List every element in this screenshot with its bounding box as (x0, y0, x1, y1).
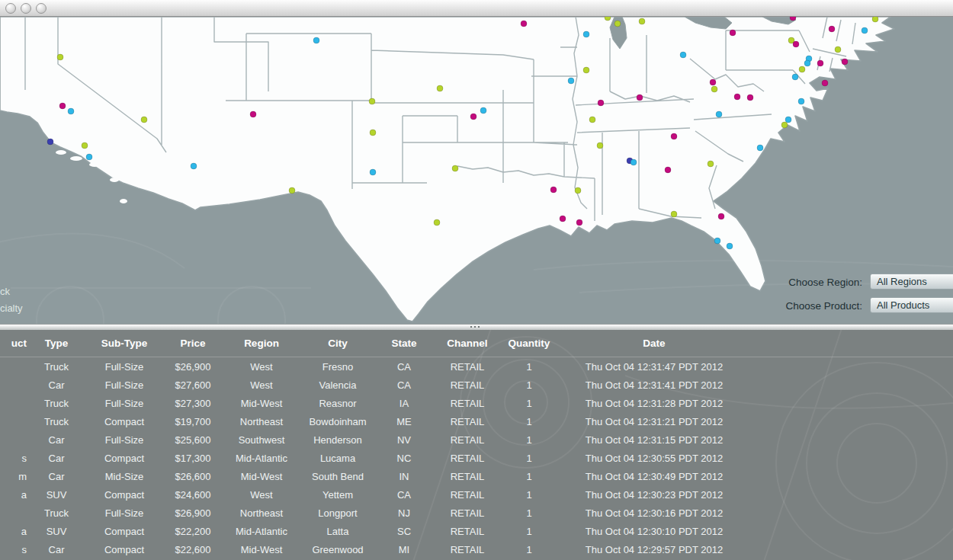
sale-marker-magenta[interactable] (576, 219, 582, 226)
sale-marker-cyan[interactable] (804, 60, 810, 66)
table-row[interactable]: TruckFull-Size$26,900NortheastLongportNJ… (0, 504, 953, 522)
table-row[interactable]: sCarCompact$17,300Mid-AtlanticLucamaNCRE… (0, 449, 953, 467)
table-cell: Compact (84, 453, 165, 464)
sale-marker-magenta[interactable] (665, 167, 671, 173)
zoom-button[interactable] (36, 3, 47, 14)
minimize-button[interactable] (21, 3, 31, 14)
sale-marker-cyan[interactable] (631, 159, 637, 165)
sale-marker-magenta[interactable] (550, 187, 557, 193)
table-cell: West (221, 489, 302, 501)
sale-marker-lime[interactable] (799, 66, 805, 72)
column-header-channel[interactable]: Channel (435, 338, 500, 349)
table-row[interactable]: aSUVCompact$22,200Mid-AtlanticLattaSCRET… (0, 522, 953, 540)
column-header-city[interactable]: City (302, 338, 374, 349)
sale-marker-cyan[interactable] (714, 238, 720, 244)
sale-marker-cyan[interactable] (480, 107, 486, 114)
table-cell: 1 (500, 434, 558, 446)
column-header-quantity[interactable]: Quantity (500, 338, 558, 349)
sale-marker-cyan[interactable] (716, 111, 722, 117)
table-row[interactable]: mCarMid-Size$26,600Mid-WestSouth BendINR… (0, 467, 953, 485)
sale-marker-cyan[interactable] (370, 169, 376, 175)
sale-marker-cyan[interactable] (583, 31, 589, 37)
sale-marker-magenta[interactable] (822, 80, 828, 86)
sale-marker-lime[interactable] (639, 18, 645, 24)
column-header-type[interactable]: Type (29, 338, 84, 349)
splitter-drag-handle-icon[interactable] (470, 326, 483, 328)
sale-marker-magenta[interactable] (598, 100, 604, 106)
sale-marker-lime[interactable] (589, 117, 595, 123)
sale-marker-cyan[interactable] (68, 108, 74, 114)
sale-marker-magenta[interactable] (747, 94, 753, 101)
sale-marker-cyan[interactable] (313, 37, 319, 43)
sale-marker-lime[interactable] (452, 165, 458, 171)
column-header-uct[interactable]: uct (0, 338, 29, 349)
sale-marker-cyan[interactable] (862, 27, 868, 34)
table-cell: Car (29, 434, 84, 446)
sale-marker-magenta[interactable] (734, 94, 740, 100)
sale-marker-lime[interactable] (437, 85, 443, 91)
close-button[interactable] (5, 3, 16, 14)
product-dropdown[interactable]: All Products (870, 297, 953, 313)
column-header-date[interactable]: Date (558, 338, 750, 349)
sale-marker-magenta[interactable] (637, 94, 643, 101)
sale-marker-lime[interactable] (434, 219, 440, 226)
sale-marker-lime[interactable] (57, 54, 63, 60)
sale-marker-lime[interactable] (370, 130, 376, 136)
panel-splitter[interactable] (0, 324, 953, 330)
sale-marker-lime[interactable] (369, 98, 375, 104)
sale-marker-magenta[interactable] (793, 41, 799, 47)
sale-marker-magenta[interactable] (521, 21, 527, 27)
sale-marker-cyan[interactable] (191, 163, 197, 169)
table-row[interactable]: CarFull-Size$25,600SouthwestHendersonNVR… (0, 430, 953, 449)
sale-marker-cyan[interactable] (568, 78, 574, 84)
table-cell: Mid-Size (84, 471, 165, 482)
sale-marker-cyan[interactable] (680, 52, 686, 58)
sale-marker-magenta[interactable] (59, 103, 66, 109)
sale-marker-lime[interactable] (575, 187, 581, 194)
sale-marker-lime[interactable] (781, 122, 788, 128)
sale-marker-magenta[interactable] (250, 111, 256, 117)
sale-marker-magenta[interactable] (817, 60, 823, 66)
sale-marker-lime[interactable] (711, 86, 717, 92)
sale-marker-lime[interactable] (605, 17, 611, 21)
sale-marker-cyan[interactable] (727, 243, 733, 249)
sale-marker-magenta[interactable] (560, 216, 566, 222)
table-cell: $22,200 (165, 526, 221, 537)
sale-marker-lime[interactable] (614, 21, 621, 27)
column-header-price[interactable]: Price (165, 338, 221, 349)
sale-marker-lime[interactable] (583, 67, 589, 73)
sale-marker-blue[interactable] (47, 139, 53, 145)
column-header-state[interactable]: State (374, 338, 435, 349)
sale-marker-lime[interactable] (872, 17, 878, 22)
table-row[interactable]: CarFull-Size$27,600WestValenciaCARETAIL1… (0, 376, 953, 394)
table-row[interactable]: sCarCompact$22,600Mid-WestGreenwoodMIRET… (0, 540, 953, 558)
sale-marker-cyan[interactable] (792, 74, 798, 80)
sale-marker-lime[interactable] (82, 142, 88, 149)
sale-marker-lime[interactable] (289, 187, 295, 194)
sale-marker-lime[interactable] (141, 117, 147, 123)
sale-marker-magenta[interactable] (470, 114, 476, 120)
sale-marker-magenta[interactable] (842, 59, 848, 65)
column-header-sub-type[interactable]: Sub-Type (84, 338, 165, 349)
region-dropdown[interactable]: All Regions (870, 274, 953, 290)
sale-marker-magenta[interactable] (718, 213, 724, 219)
sale-marker-lime[interactable] (671, 211, 677, 217)
table-row[interactable]: TruckFull-Size$27,300Mid-WestReasnorIARE… (0, 394, 953, 412)
sale-marker-magenta[interactable] (710, 79, 716, 85)
sale-marker-cyan[interactable] (785, 117, 791, 123)
column-header-region[interactable]: Region (221, 338, 302, 349)
table-row[interactable]: TruckCompact$19,700NortheastBowdoinhamME… (0, 412, 953, 430)
sale-marker-lime[interactable] (708, 161, 714, 167)
sale-marker-cyan[interactable] (757, 145, 763, 151)
sale-marker-magenta[interactable] (671, 133, 677, 139)
sale-marker-cyan[interactable] (798, 98, 804, 104)
table-cell: RETAIL (435, 416, 500, 427)
sale-marker-cyan[interactable] (86, 154, 92, 160)
table-row[interactable]: aSUVCompact$24,600WestYettemCARETAIL1Thu… (0, 485, 953, 504)
sale-marker-lime[interactable] (597, 142, 603, 149)
sale-marker-magenta[interactable] (730, 30, 736, 36)
sale-marker-magenta[interactable] (829, 26, 835, 32)
sale-marker-magenta[interactable] (790, 17, 796, 21)
sale-marker-lime[interactable] (835, 46, 841, 53)
table-row[interactable]: TruckFull-Size$26,900WestFresnoCARETAIL1… (0, 357, 953, 376)
